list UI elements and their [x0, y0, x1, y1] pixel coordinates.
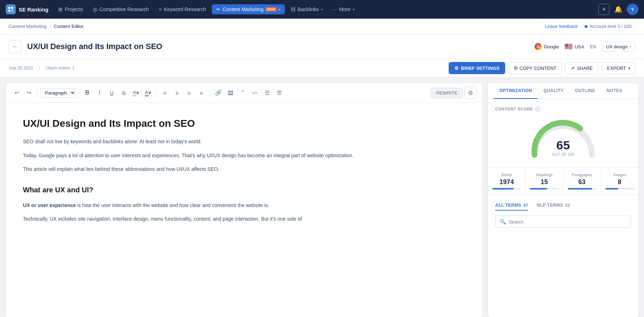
- share-button[interactable]: ↗ SHARE: [565, 62, 598, 74]
- app-logo[interactable]: SE Ranking: [6, 4, 48, 14]
- underline-button[interactable]: U: [106, 87, 117, 98]
- terms-search-box[interactable]: 🔍: [495, 216, 631, 228]
- nav-item-keyword-research[interactable]: ⌗ Keyword Research: [155, 4, 210, 15]
- copy-icon: ⧉: [514, 65, 517, 71]
- undo-button[interactable]: ↩: [11, 87, 22, 98]
- right-panel: OPTIMIZATION QUALITY OUTLINE NOTES CONTE…: [488, 83, 638, 317]
- words-bar-fill: [492, 188, 514, 189]
- nav-item-competitive-research[interactable]: ◎ Competitive Research: [89, 4, 153, 14]
- italic-button[interactable]: I: [94, 87, 105, 98]
- svg-text:65: 65: [556, 138, 570, 152]
- terms-search-input[interactable]: [509, 219, 626, 225]
- content-score-label: CONTENT SCORE i: [495, 106, 631, 111]
- svg-rect-1: [11, 7, 13, 9]
- add-button[interactable]: +: [598, 4, 610, 15]
- settings-gear-icon: ⚙: [454, 66, 459, 71]
- tab-outline[interactable]: OUTLINE: [569, 83, 601, 99]
- nav-item-more[interactable]: ··· More ▾: [328, 4, 359, 14]
- user-avatar[interactable]: Y: [627, 4, 638, 15]
- stat-paragraphs: Paragraphs 63: [564, 168, 601, 194]
- search-engine-selector[interactable]: G Google: [535, 43, 559, 50]
- toolbar-separator: [210, 88, 210, 97]
- article-paragraph-5: Technically, UX includes site navigation…: [23, 215, 465, 224]
- share-icon: ↗: [571, 66, 575, 71]
- redo-button[interactable]: ↪: [24, 87, 34, 98]
- editor-settings-button[interactable]: ⚙: [464, 87, 477, 99]
- svg-rect-0: [8, 7, 10, 9]
- search-icon: 🔍: [500, 219, 506, 225]
- country-selector[interactable]: 🇺🇸 USA: [565, 43, 584, 51]
- stat-words: Words 1974: [488, 168, 526, 194]
- text-color-button[interactable]: A▾: [143, 87, 153, 98]
- title-bar: ← UX/UI Design and Its Impact on SEO G G…: [0, 34, 644, 59]
- brief-settings-button[interactable]: ⚙ BRIEF SETTINGS: [449, 62, 505, 74]
- bold-text: UX or user experience: [23, 202, 76, 208]
- users-online: Users online: 1: [46, 66, 74, 71]
- editor-layout: ↩ ↪ Paragraph B I U S A▾ A▾ ≡ ≡ ≡ ≡ 🔗 �: [0, 77, 644, 317]
- app-name: SE Ranking: [19, 6, 48, 13]
- nav-item-projects[interactable]: ⊞ Projects: [54, 4, 87, 14]
- limit-dot-icon: [585, 25, 587, 28]
- tab-quality[interactable]: QUALITY: [538, 83, 569, 99]
- score-section: CONTENT SCORE i 65 OUT OF 100: [488, 99, 638, 167]
- right-panel-tabs: OPTIMIZATION QUALITY OUTLINE NOTES: [488, 83, 638, 99]
- toolbar-separator: [79, 88, 79, 97]
- bold-button[interactable]: B: [82, 87, 93, 98]
- insert-link-button[interactable]: 🔗: [213, 87, 224, 98]
- tab-all-terms[interactable]: ALL TERMS 37: [495, 201, 528, 211]
- article-subheading-1: What are UX and UI?: [23, 184, 465, 196]
- notification-bell[interactable]: 🔔: [613, 4, 624, 15]
- terms-tabs: ALL TERMS 37 NLP TERMS 32: [495, 201, 631, 211]
- key-icon: ⌗: [159, 6, 162, 13]
- ordered-list-button[interactable]: ☰: [274, 87, 284, 98]
- nav-item-content-marketing[interactable]: ✏ Content Marketing NEW ▾: [212, 4, 285, 14]
- page-title: UX/UI Design and Its Impact on SEO: [27, 42, 529, 51]
- insert-image-button[interactable]: 🖼: [225, 87, 236, 98]
- align-left-button[interactable]: ≡: [160, 87, 170, 98]
- terms-section: ALL TERMS 37 NLP TERMS 32 🔍: [488, 194, 638, 234]
- paragraph-format-select[interactable]: Paragraph: [40, 88, 76, 98]
- justify-button[interactable]: ≡: [196, 87, 207, 98]
- headings-bar-fill: [530, 188, 547, 189]
- editor-content[interactable]: UX/UI Design and Its Impact on SEO SEO s…: [6, 103, 482, 317]
- article-paragraph-4: UX or user experience is how the user in…: [23, 201, 465, 210]
- breadcrumb-content-marketing[interactable]: Content Marketing: [9, 24, 47, 29]
- tab-nlp-terms[interactable]: NLP TERMS 32: [537, 201, 570, 211]
- code-block-button[interactable]: </>: [249, 87, 260, 98]
- link-icon: ⛓: [291, 6, 296, 12]
- top-navigation: SE Ranking ⊞ Projects ◎ Competitive Rese…: [0, 0, 644, 19]
- language-tag[interactable]: EN: [590, 44, 596, 49]
- unordered-list-button[interactable]: ☰: [262, 87, 272, 98]
- editor-toolbar: ↩ ↪ Paragraph B I U S A▾ A▾ ≡ ≡ ≡ ≡ 🔗 �: [6, 83, 482, 103]
- rewrite-button[interactable]: REWRITE: [431, 88, 463, 98]
- account-limit-badge: Account limit 3 / 100: [581, 22, 635, 30]
- leave-feedback-button[interactable]: Leave feedback: [545, 24, 578, 29]
- blockquote-button[interactable]: ": [237, 87, 248, 98]
- stat-images: Images 8: [601, 168, 638, 194]
- export-button[interactable]: EXPORT ▾: [602, 62, 635, 74]
- info-icon[interactable]: i: [535, 106, 540, 111]
- back-button[interactable]: ←: [9, 40, 21, 53]
- chevron-down-icon: ▾: [321, 8, 323, 11]
- strikethrough-button[interactable]: S: [118, 87, 129, 98]
- highlight-color-button[interactable]: A▾: [131, 87, 141, 98]
- nav-item-backlinks[interactable]: ⛓ Backlinks ▾: [286, 4, 327, 14]
- breadcrumb-separator: ›: [49, 24, 51, 29]
- edit-icon: ✏: [216, 6, 220, 12]
- toolbar-separator: [37, 88, 38, 97]
- device-selector[interactable]: UX design ▾: [602, 42, 635, 52]
- align-center-button[interactable]: ≡: [172, 87, 182, 98]
- article-paragraph-3: This article will explain what lies behi…: [23, 165, 465, 174]
- tab-optimization[interactable]: OPTIMIZATION: [494, 83, 538, 99]
- article-paragraph-2: Today, Google pays a lot of attention to…: [23, 151, 465, 160]
- chevron-down-icon: ▾: [279, 8, 280, 11]
- breadcrumb: Content Marketing › Content Editor Leave…: [0, 19, 644, 34]
- account-limit-text: Account limit 3 / 100: [590, 24, 631, 29]
- tab-notes[interactable]: NOTES: [601, 83, 628, 99]
- align-right-button[interactable]: ≡: [184, 87, 195, 98]
- dots-icon: ···: [333, 6, 337, 12]
- copy-content-button[interactable]: ⧉ COPY CONTENT: [509, 62, 562, 74]
- chevron-down-icon: ▾: [630, 45, 631, 49]
- document-date: July-25 2022: [9, 66, 33, 71]
- meta-bar: July-25 2022 | Users online: 1 ⚙ BRIEF S…: [0, 59, 644, 77]
